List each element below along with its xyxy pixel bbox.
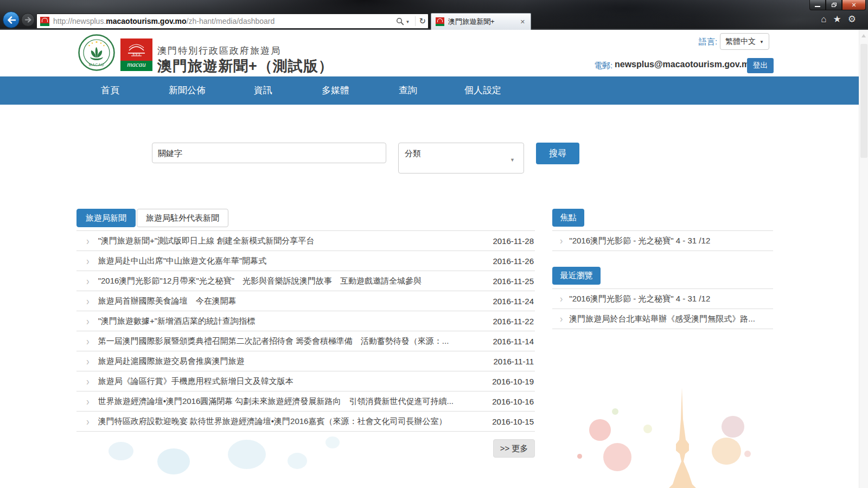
watercolor-splash xyxy=(589,419,611,441)
focus-section-header: 焦點 xyxy=(552,209,584,227)
tab-close-icon[interactable]: ✕ xyxy=(519,18,526,25)
watercolor-splash xyxy=(712,438,741,465)
watercolor-splash xyxy=(577,454,582,459)
scrollbar-up-arrow-icon[interactable] xyxy=(861,34,866,37)
keyword-input[interactable] xyxy=(152,143,386,163)
page-scrollbar[interactable] xyxy=(859,30,868,488)
news-row[interactable]: › 世界旅遊經濟論壇•澳門2016圓滿閉幕 勾劃未來旅遊經濟發展新路向 引領消費… xyxy=(76,391,535,411)
settings-gear-icon[interactable]: ⚙ xyxy=(848,15,856,24)
address-bar[interactable]: http://newsplus.macaotourism.gov.mo/zh-h… xyxy=(36,14,429,29)
chevron-right-icon: › xyxy=(86,397,90,406)
news-date: 2016-11-25 xyxy=(493,277,534,286)
watercolor-splash xyxy=(157,448,190,474)
news-row[interactable]: › 旅遊局首辦國際美食論壇 今在澳開幕 2016-11-24 xyxy=(76,291,535,311)
site-title: 澳門旅遊新聞+（測試版） xyxy=(157,56,334,76)
news-row[interactable]: › "澳門旅遊新聞+"測試版即日上線 創建全新模式新聞分享平台 2016-11-… xyxy=(76,230,535,251)
browser-forward-button[interactable] xyxy=(21,13,35,27)
url-prefix: http://newsplus. xyxy=(53,17,106,25)
watercolor-splash xyxy=(288,453,307,469)
scrollbar-thumb[interactable] xyxy=(860,44,867,158)
news-row[interactable]: › 旅遊局《論區行賞》手機應用程式新增日文及韓文版本 2016-10-19 xyxy=(76,371,535,391)
news-title: 旅遊局首辦國際美食論壇 今在澳開幕 xyxy=(98,296,535,306)
watercolor-splash xyxy=(722,416,744,438)
svg-text:macau: macau xyxy=(127,60,146,68)
news-title: 澳門特區政府設歡迎晚宴 款待世界旅遊經濟論壇•澳門2016嘉賓（來源：社會文化司… xyxy=(98,416,535,427)
restore-button[interactable] xyxy=(826,0,842,10)
chevron-right-icon: › xyxy=(86,317,90,326)
window-controls: ✕ xyxy=(809,0,866,10)
email-value: newsplus@macaotourism.gov.mo xyxy=(615,60,755,69)
focus-item[interactable]: › "2016澳門光影節 - 光之秘寶" 4 - 31 /12 xyxy=(552,230,773,251)
watercolor-splash xyxy=(603,443,631,471)
chevron-right-icon: › xyxy=(86,377,90,386)
chevron-right-icon: › xyxy=(86,337,90,346)
news-date: 2016-11-28 xyxy=(493,236,534,246)
browser-tab[interactable]: 澳門旅遊新聞+ ✕ xyxy=(431,13,531,30)
news-row[interactable]: › 澳門特區政府設歡迎晚宴 款待世界旅遊經濟論壇•澳門2016嘉賓（來源：社會文… xyxy=(76,411,535,431)
tab-favicon xyxy=(436,17,444,26)
nav-item-info[interactable]: 資訊 xyxy=(254,76,272,105)
chevron-right-icon: › xyxy=(560,294,563,303)
page: MACAU 6 9 3 macau 澳門特別行政區政府旅遊局 澳門旅遊新聞+（測… xyxy=(0,30,859,488)
nav-item-multimedia[interactable]: 多媒體 xyxy=(322,76,349,105)
news-row[interactable]: › "澳門旅遊數據+"新增酒店業的統計查詢指標 2016-11-22 xyxy=(76,311,535,331)
watercolor-splash xyxy=(326,436,340,448)
recent-item-title: "2016澳門光影節 - 光之秘寶" 4 - 31 /12 xyxy=(569,294,710,304)
chevron-down-icon: ▼ xyxy=(510,157,515,163)
government-seal-logo: MACAU xyxy=(78,34,115,71)
nav-item-enquiry[interactable]: 查詢 xyxy=(399,76,417,105)
news-date: 2016-11-14 xyxy=(493,337,534,346)
watercolor-splash xyxy=(744,451,751,457)
macau-tower-illustration xyxy=(665,388,700,488)
forward-arrow-icon xyxy=(25,17,31,23)
language-dropdown[interactable]: 繁體中文 ▼ xyxy=(720,33,769,50)
watercolor-splash xyxy=(612,408,618,415)
watercolor-splash xyxy=(108,442,133,460)
news-row[interactable]: › 旅遊局赴中山出席"中山旅遊文化嘉年華"開幕式 2016-11-26 xyxy=(76,251,535,271)
news-row[interactable]: › 第一屆澳門國際影展暨頒獎典禮召開第二次記者招待會 籌委會積極準備 活動蓄勢待… xyxy=(76,331,535,351)
email-label: 電郵: xyxy=(594,61,612,71)
refresh-icon[interactable]: ↻ xyxy=(419,16,426,26)
chevron-right-icon: › xyxy=(86,236,90,246)
news-row[interactable]: › "2016澳門光影節"12月帶來"光之秘寶" 光影與音樂訴說澳門故事 互動遊… xyxy=(76,271,535,291)
news-date: 2016-11-11 xyxy=(493,357,534,366)
search-button[interactable]: 搜尋 xyxy=(536,143,579,164)
minimize-button[interactable] xyxy=(809,0,826,10)
news-title: "澳門旅遊數據+"新增酒店業的統計查詢指標 xyxy=(98,316,535,326)
tab-overseas-rep-news[interactable]: 旅遊局駐外代表新聞 xyxy=(137,209,228,227)
browser-back-button[interactable] xyxy=(3,11,20,28)
chevron-right-icon: › xyxy=(86,256,90,266)
department-name: 澳門特別行政區政府旅遊局 xyxy=(157,44,281,57)
nav-item-personal-settings[interactable]: 個人設定 xyxy=(464,76,501,105)
news-title: 旅遊局赴中山出席"中山旅遊文化嘉年華"開幕式 xyxy=(98,256,535,266)
language-value: 繁體中文 xyxy=(725,37,756,47)
recent-item[interactable]: › 澳門旅遊局於台北車站舉辦《感受澳門無限式》路... xyxy=(552,309,773,329)
more-button[interactable]: >> 更多 xyxy=(493,439,535,458)
tab-mgto-news[interactable]: 旅遊局新聞 xyxy=(76,209,136,227)
favorites-star-icon[interactable]: ★ xyxy=(833,15,841,24)
logout-button[interactable]: 登出 xyxy=(747,58,774,73)
nav-item-news[interactable]: 新聞公佈 xyxy=(169,76,206,105)
category-select[interactable]: 分類 ▼ xyxy=(398,143,524,174)
news-title: "2016澳門光影節"12月帶來"光之秘寶" 光影與音樂訴說澳門故事 互動遊戲邀… xyxy=(98,276,535,286)
address-bar-icons: ▼ ↻ xyxy=(396,16,426,26)
screen: ✕ http://newsplus.macaotourism.gov.mo/zh… xyxy=(0,0,868,488)
restore-icon xyxy=(832,3,837,7)
recent-item[interactable]: › "2016澳門光影節 - 光之秘寶" 4 - 31 /12 xyxy=(552,288,773,309)
chevron-right-icon: › xyxy=(560,236,563,245)
close-window-button[interactable]: ✕ xyxy=(842,0,866,10)
home-icon[interactable]: ⌂ xyxy=(821,15,826,24)
language-label: 語言: xyxy=(699,37,717,47)
nav-item-home[interactable]: 首頁 xyxy=(101,76,119,105)
news-row[interactable]: › 旅遊局赴滬國際旅遊交易會推廣澳門旅遊 2016-11-11 xyxy=(76,351,535,371)
recent-item-title: 澳門旅遊局於台北車站舉辦《感受澳門無限式》路... xyxy=(569,314,755,324)
news-title: 世界旅遊經濟論壇•澳門2016圓滿閉幕 勾劃未來旅遊經濟發展新路向 引領消費新世… xyxy=(98,396,535,407)
chevron-right-icon: › xyxy=(86,417,90,426)
chevron-right-icon: › xyxy=(86,277,90,286)
chevron-down-icon: ▼ xyxy=(760,40,764,44)
main-nav: 首頁 新聞公佈 資訊 多媒體 查詢 個人設定 xyxy=(0,76,859,105)
search-icon[interactable] xyxy=(396,17,404,25)
url-domain: macaotourism.gov.mo xyxy=(106,17,186,25)
search-dropdown-icon[interactable]: ▼ xyxy=(406,20,410,24)
url-text[interactable]: http://newsplus.macaotourism.gov.mo/zh-h… xyxy=(53,17,396,25)
